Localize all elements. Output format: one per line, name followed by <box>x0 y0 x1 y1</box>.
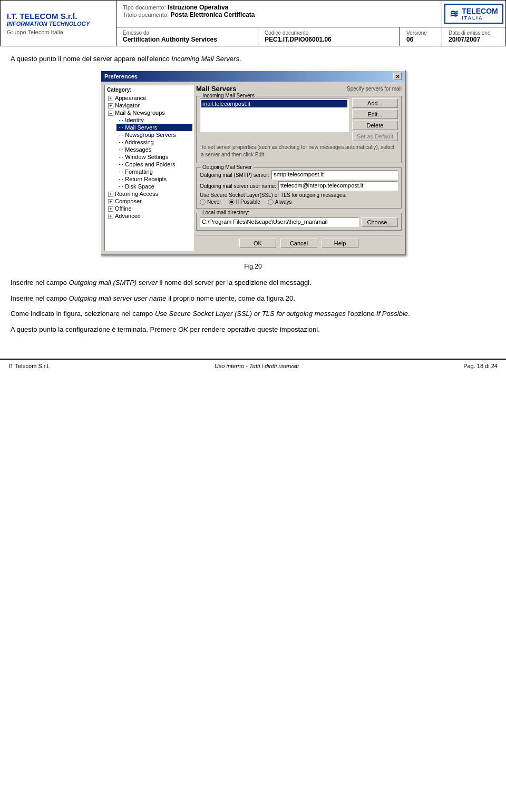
para4-italic: OK <box>178 325 188 333</box>
tree-addressing[interactable]: ··· Addressing <box>116 138 192 146</box>
body-paragraph-2: Inserire nel campo Outgoing mail server … <box>11 293 495 304</box>
main-settings-panel: Mail Servers Specify servers for mail In… <box>196 85 402 251</box>
user-label: Outgoing mail server user name: <box>200 183 276 189</box>
data-value: 20/07/2007 <box>449 36 499 43</box>
tree-roaming[interactable]: +Roaming Access <box>106 190 192 197</box>
tree-window-settings[interactable]: ··· Window Settings <box>116 153 192 161</box>
expander-icon: – <box>108 111 113 116</box>
radio-always[interactable]: Always <box>268 199 292 205</box>
tree-offline[interactable]: +Offline <box>106 205 192 212</box>
delete-server-button[interactable]: Delete <box>352 121 398 130</box>
smtp-row: Outgoing mail (SMTP) server: smtp.teleco… <box>200 170 398 180</box>
versione-label: Versione <box>406 30 435 36</box>
doc-type-label: Tipo documento: <box>123 4 166 11</box>
telecom-brand-text: TELECOM ITALIA <box>462 7 498 21</box>
tree-children: ··· Identity ··· Mail Servers ··· Newsgr… <box>106 116 192 190</box>
radio-if-possible[interactable]: If Possible <box>229 199 260 205</box>
local-mail-path-input[interactable]: C:\Program Files\Netscape\Users\help_man… <box>200 217 359 227</box>
smtp-input[interactable]: smtp.telecompost.it <box>271 170 398 180</box>
emesso-value: Certification Authority Services <box>123 36 251 43</box>
telecom-logo-area: ≋ TELECOM ITALIA <box>442 1 505 27</box>
footer-right: Pag. 18 di 24 <box>463 363 498 369</box>
dialog-footer-buttons: OK Cancel Help <box>196 235 402 251</box>
emesso-cell: Emesso da: Certification Authority Servi… <box>116 27 258 46</box>
body-paragraph-4: A questo punto la configurazione è termi… <box>11 324 495 335</box>
radio-if-possible-label: If Possible <box>236 199 260 205</box>
panel-header: Mail Servers Specify servers for mail <box>196 85 402 93</box>
tree-mail-servers[interactable]: ··· Mail Servers <box>116 124 192 131</box>
telecom-sub: ITALIA <box>462 15 498 21</box>
set-default-button[interactable]: Set as Default <box>352 132 398 141</box>
document-footer: IT Telecom S.r.l. Uso interno - Tutti i … <box>0 359 506 372</box>
server-list-area: mail.telecompost.it Add... Edit... Delet… <box>200 98 398 141</box>
emesso-label: Emesso da: <box>123 30 251 36</box>
doc-type-area: Tipo documento: Istruzione Operativa Tit… <box>116 1 442 27</box>
category-panel: Category: +Appearance +Navigator –Mail &… <box>104 85 194 251</box>
add-server-button[interactable]: Add... <box>352 98 398 108</box>
local-mail-group: Local mail directory: C:\Program Files\N… <box>196 213 402 231</box>
user-row: Outgoing mail server user name: ttelecom… <box>200 181 398 191</box>
main-content: A questo punto il nome del server appare… <box>0 46 506 348</box>
dialog-title: Preferences <box>104 73 138 80</box>
company-name: I.T. TELECOM S.r.l. <box>7 12 110 21</box>
codice-value: PEC1.IT.DPIO06001.06 <box>265 36 393 43</box>
tree-return-receipts[interactable]: ··· Return Receipts <box>116 175 192 183</box>
server-list-item[interactable]: mail.telecompost.it <box>201 100 347 107</box>
tree-disk-space[interactable]: ··· Disk Space <box>116 183 192 190</box>
incoming-group-legend: Incoming Mail Servers <box>201 93 256 98</box>
smtp-label: Outgoing mail (SMTP) server: <box>200 172 269 178</box>
company-division: INFORMATION TECHNOLOGY <box>7 21 110 27</box>
versione-value: 06 <box>406 36 435 43</box>
doc-title-label: Titolo documento: <box>123 12 169 18</box>
edit-server-button[interactable]: Edit... <box>352 110 398 119</box>
incoming-server-listbox[interactable]: mail.telecompost.it <box>200 98 349 132</box>
category-label: Category: <box>106 86 192 93</box>
radio-never[interactable]: Never <box>200 199 221 205</box>
para1-italic: Outgoing mail (SMTP) server <box>69 279 158 286</box>
local-mail-legend: Local mail directory: <box>201 210 251 215</box>
dialog-titlebar: Preferences ✕ <box>101 71 405 82</box>
para3-italic1: Use Secure Socket Layer (SSL) or TLS for… <box>155 310 346 318</box>
tree-identity[interactable]: ··· Identity <box>116 116 192 124</box>
para2-italic: Outgoing mail server user name <box>69 294 167 302</box>
server-buttons: Add... Edit... Delete Set as Default <box>352 98 398 141</box>
tree-composer[interactable]: +Composer <box>106 197 192 205</box>
ok-button[interactable]: OK <box>239 239 276 248</box>
tree-appearance[interactable]: +Appearance <box>106 94 192 102</box>
tree-advanced[interactable]: +Advanced <box>106 212 192 220</box>
help-button[interactable]: Help <box>322 239 358 248</box>
body-paragraph-1: Inserire nel campo Outgoing mail (SMTP) … <box>11 278 495 288</box>
body-paragraph-3: Come indicato in figura, selezionare nel… <box>11 309 495 319</box>
expander-icon: + <box>108 214 113 219</box>
ssl-radio-group: Never If Possible Always <box>200 199 398 205</box>
tree-formatting[interactable]: ··· Formatting <box>116 168 192 175</box>
codice-label: Codice documento <box>265 30 393 36</box>
radio-if-possible-circle[interactable] <box>229 199 235 205</box>
preferences-dialog: Preferences ✕ Category: +Appearance +Nav… <box>100 70 406 255</box>
expander-icon: + <box>108 192 113 197</box>
company-logo: I.T. TELECOM S.r.l. INFORMATION TECHNOLO… <box>1 1 116 46</box>
document-header: I.T. TELECOM S.r.l. INFORMATION TECHNOLO… <box>0 0 506 46</box>
tree-copies-folders[interactable]: ··· Copies and Folders <box>116 161 192 168</box>
incoming-mail-group: Incoming Mail Servers mail.telecompost.i… <box>196 96 402 163</box>
expander-icon: + <box>108 206 113 212</box>
panel-title: Mail Servers <box>196 85 237 93</box>
cancel-button[interactable]: Cancel <box>280 239 317 248</box>
telecom-brand-box: ≋ TELECOM ITALIA <box>444 4 503 24</box>
user-input[interactable]: ttelecom@interop.telecompost.it <box>278 181 398 191</box>
tree-mail-newsgroups[interactable]: –Mail & Newsgroups <box>106 109 192 116</box>
radio-always-circle[interactable] <box>268 199 274 205</box>
choose-button[interactable]: Choose... <box>361 217 398 227</box>
data-cell: Data di emissione 20/07/2007 <box>442 27 505 46</box>
intro-paragraph: A questo punto il nome del server appare… <box>11 55 495 63</box>
dialog-close-button[interactable]: ✕ <box>393 73 402 80</box>
telecom-wave-icon: ≋ <box>450 7 459 20</box>
panel-desc: Specify servers for mail <box>347 86 402 92</box>
tree-messages[interactable]: ··· Messages <box>116 146 192 153</box>
tree-navigator[interactable]: +Navigator <box>106 102 192 109</box>
tree-newsgroup-servers[interactable]: ··· Newsgroup Servers <box>116 131 192 138</box>
expander-icon: + <box>108 199 113 204</box>
data-label: Data di emissione <box>449 30 499 36</box>
radio-never-circle[interactable] <box>200 199 206 205</box>
expander-icon: + <box>108 96 113 101</box>
